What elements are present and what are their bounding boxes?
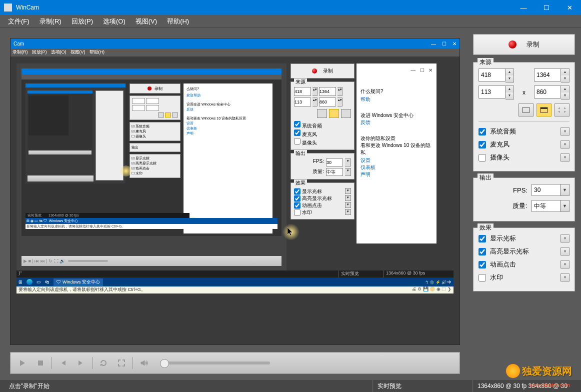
windows-start-icon: ⊞ bbox=[18, 280, 22, 284]
edge-icon bbox=[26, 279, 32, 285]
statusbar: 点击"录制"开始 实时预览 1364x860 @ 30 fp 364x860 @… bbox=[0, 380, 581, 392]
menu-file[interactable]: 文件(F) bbox=[3, 16, 34, 27]
menu-help[interactable]: 帮助(H) bbox=[162, 16, 194, 27]
taskbar-security: 🛡 Windows 安全中心 bbox=[54, 278, 103, 286]
microphone-label: 麦克风 bbox=[490, 140, 560, 149]
camera-label: 摄像头 bbox=[490, 153, 560, 162]
close-button[interactable]: ✕ bbox=[558, 0, 581, 15]
highlight-cursor-label: 高亮显示光标 bbox=[490, 247, 560, 256]
quality-label: 质量: bbox=[512, 202, 528, 210]
app-title: WinCam bbox=[16, 4, 512, 11]
loop-button[interactable] bbox=[96, 356, 110, 370]
microphone-dropdown[interactable]: ▾ bbox=[560, 140, 570, 148]
source-group-title: 来源 bbox=[478, 58, 494, 66]
nested-window: Cam —☐✕ 录制(R) 回放(P) 选项(O) 视图(V) 帮助(H) bbox=[10, 38, 460, 302]
show-cursor-dropdown[interactable]: ▾ bbox=[560, 234, 570, 242]
app-icon bbox=[4, 4, 12, 12]
output-group: 输出 FPS: ▼ 质量: ▼ bbox=[473, 178, 575, 222]
status-preview: 实时预览 bbox=[372, 380, 472, 392]
mode-region-button[interactable] bbox=[554, 104, 570, 116]
mode-fullscreen-button[interactable] bbox=[518, 104, 534, 116]
system-audio-dropdown[interactable]: ▾ bbox=[560, 128, 570, 136]
show-cursor-checkbox[interactable] bbox=[478, 235, 486, 242]
x-spinner[interactable]: ▲▼ bbox=[506, 68, 514, 82]
play-button[interactable] bbox=[16, 356, 30, 370]
watermark-checkbox[interactable] bbox=[478, 274, 486, 282]
nested-titlebar: Cam —☐✕ bbox=[10, 38, 460, 48]
vm-hint: 要将输入定向到该虚拟机，请将鼠标指针移入其中或按 Ctrl+G。 bbox=[18, 286, 412, 294]
side-panel: 录制 来源 ▲▼ ▲▼ ▲▼ x ▲▼ 系统音频▾ 麦克风▾ 摄像头▾ bbox=[470, 28, 581, 380]
nested-side-panel: 录制 来源 ▴▾ ▴▾ ▴▾ ▴▾ bbox=[290, 64, 354, 220]
playback-bar bbox=[10, 352, 460, 374]
skip-back-button[interactable] bbox=[56, 356, 70, 370]
fullscreen-button[interactable] bbox=[114, 356, 128, 370]
fps-select[interactable] bbox=[532, 184, 560, 196]
menu-view[interactable]: 视图(V) bbox=[130, 16, 162, 27]
show-cursor-label: 显示光标 bbox=[490, 234, 560, 243]
effects-group-title: 效果 bbox=[478, 224, 494, 232]
coord-sep: x bbox=[517, 89, 531, 96]
animate-click-label: 动画点击 bbox=[490, 260, 560, 269]
fps-arrow[interactable]: ▼ bbox=[560, 184, 570, 196]
mode-window-button[interactable] bbox=[536, 104, 552, 116]
record-button[interactable]: 录制 bbox=[473, 34, 575, 55]
store-icon: 🛍 bbox=[45, 280, 50, 284]
animate-click-checkbox[interactable] bbox=[478, 261, 486, 268]
w-input[interactable] bbox=[534, 68, 561, 82]
preview-canvas: Cam —☐✕ 录制(R) 回放(P) 选项(O) 视图(V) 帮助(H) bbox=[10, 38, 460, 345]
cursor-glow-icon bbox=[120, 166, 132, 176]
source-group: 来源 ▲▼ ▲▼ ▲▼ x ▲▼ 系统音频▾ 麦克风▾ 摄像头▾ bbox=[473, 62, 575, 172]
status-hint: 点击"录制"开始 bbox=[4, 380, 372, 392]
explorer-icon: ▭ bbox=[36, 280, 41, 284]
system-audio-checkbox[interactable] bbox=[478, 128, 486, 136]
svg-rect-0 bbox=[38, 360, 43, 366]
inner-preview: 录制 ☑ 系统音频☑ 麦克风☐ 摄像头 输出 bbox=[16, 64, 286, 271]
nested-menubar: 录制(R) 回放(P) 选项(O) 视图(V) 帮助(H) bbox=[10, 48, 460, 56]
watermark-logo-icon bbox=[506, 364, 520, 378]
watermark-label: 水印 bbox=[490, 273, 560, 282]
quality-select[interactable] bbox=[532, 200, 560, 212]
highlight-cursor-dropdown[interactable]: ▾ bbox=[560, 248, 570, 256]
camera-checkbox[interactable] bbox=[478, 154, 486, 162]
quality-arrow[interactable]: ▼ bbox=[560, 200, 570, 212]
svg-rect-3 bbox=[540, 108, 548, 109]
y-spinner[interactable]: ▲▼ bbox=[506, 86, 514, 100]
effects-group: 效果 显示光标▾ 高亮显示光标▾ 动画点击▾ 水印▾ bbox=[473, 228, 575, 292]
volume-button[interactable] bbox=[137, 356, 151, 370]
record-dot-icon bbox=[508, 40, 516, 48]
system-audio-label: 系统音频 bbox=[490, 127, 560, 136]
maximize-button[interactable]: ☐ bbox=[535, 0, 558, 15]
camera-dropdown[interactable]: ▾ bbox=[560, 154, 570, 162]
menu-playback[interactable]: 回放(P) bbox=[66, 16, 98, 27]
h-spinner[interactable]: ▲▼ bbox=[561, 86, 570, 100]
microphone-checkbox[interactable] bbox=[478, 141, 486, 148]
watermark-text: 独爱资源网 bbox=[522, 364, 572, 378]
h-input[interactable] bbox=[534, 86, 561, 98]
watermark-overlay: 独爱资源网 bbox=[506, 364, 572, 378]
tiny-right-panel: 录制 ☑ 系统音频☑ 麦克风☐ 摄像头 输出 bbox=[130, 84, 180, 228]
y-input[interactable] bbox=[478, 86, 506, 98]
w-spinner[interactable]: ▲▼ bbox=[561, 68, 570, 82]
menu-record[interactable]: 录制(R) bbox=[34, 16, 66, 27]
highlight-cursor-checkbox[interactable] bbox=[478, 248, 486, 256]
x-input[interactable] bbox=[478, 68, 506, 82]
record-label: 录制 bbox=[526, 40, 540, 49]
stop-button[interactable] bbox=[34, 356, 48, 370]
minimize-button[interactable]: — bbox=[512, 0, 535, 15]
watermark-dropdown[interactable]: ▾ bbox=[560, 274, 570, 282]
svg-rect-1 bbox=[522, 108, 530, 112]
animate-click-dropdown[interactable]: ▾ bbox=[560, 260, 570, 268]
menubar: 文件(F) 录制(R) 回放(P) 选项(O) 视图(V) 帮助(H) bbox=[0, 15, 581, 28]
output-group-title: 输出 bbox=[478, 174, 494, 182]
volume-slider[interactable] bbox=[160, 362, 270, 364]
watermark-url: www.duaizy.com bbox=[530, 382, 570, 388]
win-security-panel: — ☐ ✕ 什么疑问? 帮助 改进 Windows 安全中心 反馈 改你的隐私设… bbox=[356, 64, 436, 244]
titlebar: WinCam — ☐ ✕ bbox=[0, 0, 581, 15]
tiny-win-security: 么疑问? 获取帮助 设置改进 Windows 安全中心 反馈 看和更改 Wind… bbox=[184, 84, 272, 234]
cursor-highlight-icon bbox=[282, 224, 300, 240]
fps-label: FPS: bbox=[513, 186, 528, 194]
menu-options[interactable]: 选项(O) bbox=[98, 16, 130, 27]
skip-forward-button[interactable] bbox=[74, 356, 88, 370]
